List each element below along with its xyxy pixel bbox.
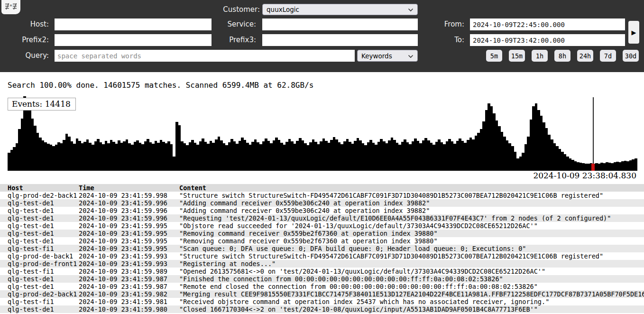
range-button-8h[interactable]: 8h: [554, 50, 570, 62]
content-cell: "Requesting 'test/2024-01-13/quuxLogic/d…: [179, 214, 644, 222]
column-header-host: Host: [0, 184, 79, 192]
content-cell: "Merging result CEE9F9815550E7331FC1BCC7…: [179, 290, 644, 298]
prefix3-label: Prefix3:: [216, 34, 256, 46]
prefix2-label: Prefix2:: [9, 34, 49, 46]
chevron-down-icon: [408, 52, 414, 60]
time-cell: 2024-10-09 23:41:59.995: [79, 245, 179, 252]
host-cell: qlg-test-fi1: [0, 298, 79, 305]
query-input[interactable]: [55, 50, 355, 62]
content-cell: "Received objstore command at operation …: [179, 298, 644, 305]
content-cell: "Removing command receiver 0x559be2f6736…: [179, 237, 644, 245]
table-row: qlg-prod-de2-back12024-10-09 23:41:59.98…: [0, 290, 644, 298]
log-search-app: * Customer: quuxLogic Host: Service: Fro…: [0, 0, 644, 314]
prefix3-input[interactable]: [262, 34, 418, 46]
to-label: To:: [439, 34, 464, 46]
host-cell: qlg-prod-de-front1: [0, 260, 79, 268]
table-header-row: Host Time Content: [0, 184, 644, 192]
search-status-text: Search 100.00% done. 14601575 matches. S…: [8, 81, 313, 90]
content-cell: "Adding command receiver 0x559be306c240 …: [179, 207, 644, 214]
range-button-1h[interactable]: 1h: [532, 50, 548, 62]
query-label: Query:: [14, 50, 49, 62]
time-cell: 2024-10-09 23:41:59.995: [79, 222, 179, 230]
host-cell: qlg-test-fi1: [0, 268, 79, 275]
time-cell: 2024-10-09 23:41:59.995: [79, 237, 179, 245]
table-row: qlg-prod-de-back12024-10-09 23:41:59.993…: [0, 252, 644, 260]
host-cell: qlg-prod-de2-back1: [0, 192, 79, 199]
time-cell: 2024-10-09 23:41:59.981: [79, 298, 179, 305]
host-cell: qlg-test-de1: [0, 222, 79, 230]
content-cell: "Structure switch StructureSwitch-FD4954…: [179, 252, 644, 260]
content-cell: "Removing command receiver 0x559be2f6736…: [179, 230, 644, 237]
table-row: qlg-test-fi12024-10-09 23:41:59.989"Open…: [0, 268, 644, 275]
column-header-time: Time: [79, 184, 179, 192]
app-logo-icon: *: [4, 3, 18, 12]
host-cell: qlg-test-de1: [0, 305, 79, 313]
to-input[interactable]: [470, 34, 625, 46]
content-cell: "Finished the connection from 00:00:00:0…: [179, 275, 644, 283]
range-button-15m[interactable]: 15m: [509, 50, 525, 62]
cursor-timestamp: 2024-10-09 23:38:04.830: [533, 171, 636, 180]
time-cell: 2024-10-09 23:41:59.995: [79, 230, 179, 237]
play-icon: ▶: [632, 29, 636, 36]
time-range-buttons: 5m15m1h8h24h7d30d: [486, 50, 639, 62]
host-cell: qlg-test-de1: [0, 237, 79, 245]
content-cell: "Closed 1667170304<->2 on 'test/2024-10-…: [179, 305, 644, 313]
host-label: Host:: [14, 18, 49, 30]
content-cell: "Adding command receiver 0x559be306c240 …: [179, 199, 644, 207]
table-row: qlg-test-fi12024-10-09 23:41:59.995"Scan…: [0, 245, 644, 252]
table-row: qlg-test-de12024-10-09 23:41:59.996"Addi…: [0, 199, 644, 207]
range-button-5m[interactable]: 5m: [486, 50, 502, 62]
service-input[interactable]: [262, 18, 418, 30]
host-input[interactable]: [55, 18, 212, 30]
host-cell: qlg-test-de1: [0, 207, 79, 214]
from-label: From:: [429, 18, 464, 30]
time-cell: 2024-10-09 23:41:59.982: [79, 290, 179, 298]
app-logo-tab[interactable]: *: [1, 0, 20, 14]
customer-label: Customer:: [204, 4, 260, 16]
time-cell: 2024-10-09 23:41:59.987: [79, 275, 179, 283]
time-cell: 2024-10-09 23:41:59.998: [79, 192, 179, 199]
table-row: qlg-test-de12024-10-09 23:41:59.995"Remo…: [0, 237, 644, 245]
query-mode-value: Keywords: [361, 52, 408, 60]
time-cell: 2024-10-09 23:41:59.996: [79, 207, 179, 214]
service-label: Service:: [213, 18, 256, 30]
table-row: qlg-test-de12024-10-09 23:41:59.996"Addi…: [0, 207, 644, 214]
content-cell: "Opened 2613575681<->0 on 'test/2024-01-…: [179, 268, 644, 275]
content-cell: "Registering at nodes...": [179, 260, 644, 268]
time-cell: 2024-10-09 23:41:59.993: [79, 252, 179, 260]
histogram-cursor-marker: [591, 164, 595, 171]
time-cell: 2024-10-09 23:41:59.987: [79, 283, 179, 290]
table-row: qlg-test-de12024-10-09 23:41:59.987"Fini…: [0, 275, 644, 283]
from-input[interactable]: [470, 18, 625, 30]
table-row: qlg-prod-de2-back12024-10-09 23:41:59.99…: [0, 192, 644, 199]
time-cell: 2024-10-09 23:41:59.980: [79, 305, 179, 313]
time-cell: 2024-10-09 23:41:59.996: [79, 199, 179, 207]
events-count-badge: Events: 14418: [8, 98, 76, 111]
content-cell: "Structure switch StructureSwitch-FD4954…: [179, 192, 644, 199]
search-form-bar: * Customer: quuxLogic Host: Service: Fro…: [0, 0, 644, 72]
host-cell: qlg-test-de1: [0, 283, 79, 290]
table-row: qlg-test-de12024-10-09 23:41:59.995"Remo…: [0, 230, 644, 237]
content-cell: "Remote end closed the connection from 0…: [179, 283, 644, 290]
host-cell: qlg-prod-de2-back1: [0, 290, 79, 298]
table-row: qlg-prod-de-front12024-10-09 23:41:59.99…: [0, 260, 644, 268]
customer-select-value: quuxLogic: [267, 6, 408, 13]
customer-select[interactable]: quuxLogic: [262, 4, 418, 15]
svg-text:*: *: [9, 3, 12, 9]
range-button-24h[interactable]: 24h: [577, 50, 593, 62]
run-search-button[interactable]: ▶: [628, 21, 639, 44]
events-histogram[interactable]: [8, 96, 636, 171]
prefix2-input[interactable]: [55, 34, 212, 46]
table-row: qlg-test-de12024-10-09 23:41:59.995"Objs…: [0, 222, 644, 230]
query-mode-select[interactable]: Keywords: [357, 50, 418, 62]
range-button-7d[interactable]: 7d: [600, 50, 616, 62]
time-cell: 2024-10-09 23:41:59.996: [79, 214, 179, 222]
column-header-content: Content: [179, 184, 644, 192]
host-cell: qlg-prod-de-back1: [0, 252, 79, 260]
range-button-30d[interactable]: 30d: [623, 50, 639, 62]
host-cell: qlg-test-de1: [0, 214, 79, 222]
host-cell: qlg-test-de1: [0, 275, 79, 283]
host-cell: qlg-test-fi1: [0, 245, 79, 252]
chevron-down-icon: [408, 6, 414, 13]
time-cell: 2024-10-09 23:41:59.989: [79, 268, 179, 275]
